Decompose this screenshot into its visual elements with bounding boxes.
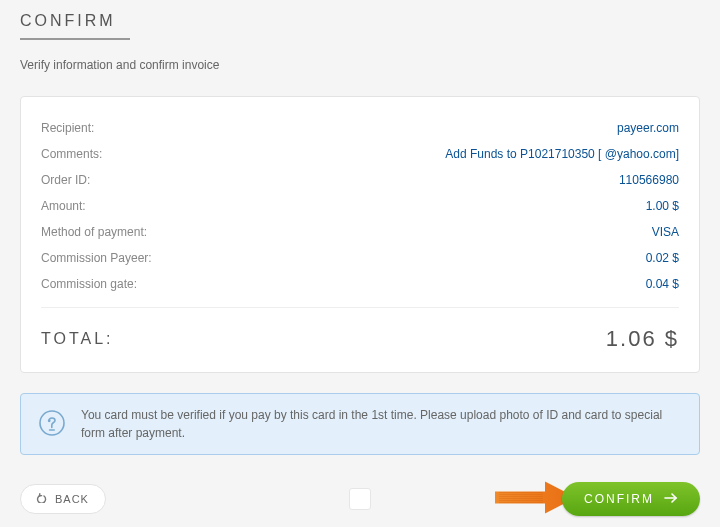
recipient-value: payeer.com bbox=[617, 121, 679, 135]
confirm-button-label: CONFIRM bbox=[584, 492, 654, 506]
invoice-card: Recipient: payeer.com Comments: Add Fund… bbox=[20, 96, 700, 373]
divider bbox=[41, 307, 679, 308]
comm-payeer-label: Commission Payeer: bbox=[41, 251, 152, 265]
page-title: CONFIRM bbox=[20, 12, 700, 30]
recipient-label: Recipient: bbox=[41, 121, 94, 135]
info-box: You card must be verified if you pay by … bbox=[20, 393, 700, 455]
orderid-label: Order ID: bbox=[41, 173, 90, 187]
orderid-value: 110566980 bbox=[619, 173, 679, 187]
back-button-label: BACK bbox=[55, 493, 89, 505]
total-value: 1.06 $ bbox=[606, 326, 679, 352]
svg-point-1 bbox=[48, 419, 51, 422]
info-text: You card must be verified if you pay by … bbox=[81, 406, 683, 442]
amount-value: 1.00 $ bbox=[646, 199, 679, 213]
method-label: Method of payment: bbox=[41, 225, 147, 239]
amount-label: Amount: bbox=[41, 199, 86, 213]
back-arrow-icon bbox=[35, 493, 47, 505]
row-recipient: Recipient: payeer.com bbox=[41, 115, 679, 141]
comm-gate-label: Commission gate: bbox=[41, 277, 137, 291]
row-comments: Comments: Add Funds to P1021710350 [ @ya… bbox=[41, 141, 679, 167]
row-comm-gate: Commission gate: 0.04 $ bbox=[41, 271, 679, 297]
title-underline bbox=[20, 38, 130, 40]
comments-value: Add Funds to P1021710350 [ @yahoo.com] bbox=[445, 147, 679, 161]
loading-indicator bbox=[349, 488, 371, 510]
total-label: TOTAL: bbox=[41, 330, 114, 348]
row-method: Method of payment: VISA bbox=[41, 219, 679, 245]
comments-label: Comments: bbox=[41, 147, 102, 161]
row-orderid: Order ID: 110566980 bbox=[41, 167, 679, 193]
row-comm-payeer: Commission Payeer: 0.02 $ bbox=[41, 245, 679, 271]
back-button[interactable]: BACK bbox=[20, 484, 106, 514]
comm-payeer-value: 0.02 $ bbox=[646, 251, 679, 265]
confirm-button[interactable]: CONFIRM bbox=[562, 482, 700, 516]
arrow-right-icon bbox=[664, 492, 678, 506]
actions-bar: BACK CONFIRM bbox=[20, 475, 700, 523]
page-subtitle: Verify information and confirm invoice bbox=[20, 58, 700, 72]
info-icon bbox=[37, 408, 67, 441]
row-amount: Amount: 1.00 $ bbox=[41, 193, 679, 219]
comm-gate-value: 0.04 $ bbox=[646, 277, 679, 291]
method-value: VISA bbox=[652, 225, 679, 239]
total-row: TOTAL: 1.06 $ bbox=[41, 314, 679, 352]
